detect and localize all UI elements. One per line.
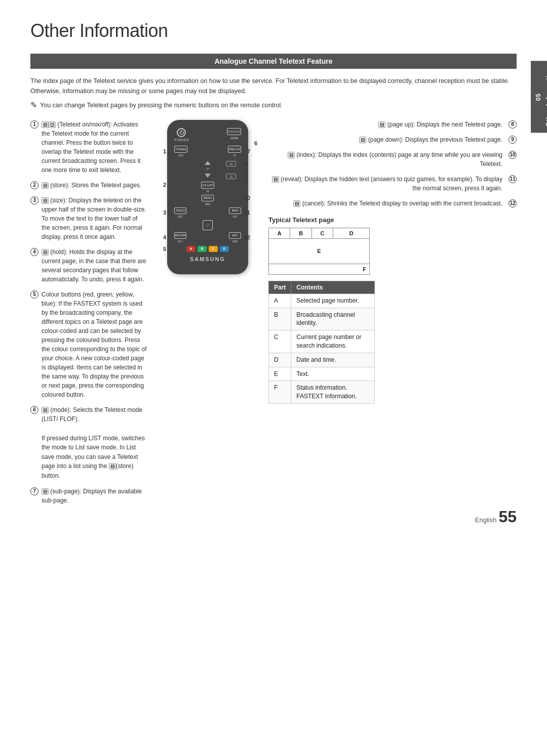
source-box: SOURCE	[227, 128, 241, 135]
list-item: 2 ⊟ (store): Stores the Teletext pages.	[30, 181, 147, 190]
list-item: 1 ⊟⊡ (Teletext on/mix/off): Activates th…	[30, 120, 147, 175]
item-text-11: ⊟ (reveal): Displays the hidden text (an…	[268, 175, 502, 193]
remote-source-button: SOURCE ⊞⊟⊠	[227, 128, 241, 140]
menu-label: MENU	[204, 196, 212, 199]
teletext-cell-c: C	[312, 228, 333, 238]
footer-language: English	[475, 516, 497, 524]
info-icon: INFO	[229, 207, 241, 214]
main-content: 1 ⊟⊡ (Teletext on/mix/off): Activates th…	[30, 120, 517, 511]
tools-sub-icon: ⊟⊡	[178, 215, 183, 218]
list-item: 6 ⊟ (mode): Selects the Teletext mode (L…	[30, 405, 147, 481]
remote-center-button: □	[203, 220, 213, 230]
remote-prech-button: PRE-CH ⊟	[228, 146, 241, 157]
remote-return-button: RETURN ⊟↩	[174, 232, 186, 243]
menu-icon: MENU	[202, 195, 214, 201]
intro-paragraph: The index page of the Teletext service g…	[30, 76, 517, 96]
item-text-4: ⊟ (hold): Holds the display at the curre…	[42, 247, 147, 284]
list-item: 3 ⊟ (size): Displays the teletext on the…	[30, 196, 147, 241]
item-number-10: 10	[509, 151, 517, 159]
prech-label: PRE-CH	[229, 148, 240, 151]
left-column: 1 ⊟⊡ (Teletext on/mix/off): Activates th…	[30, 120, 147, 511]
remote-power-row: ⏻ POWER SOURCE ⊞⊟⊠	[174, 128, 241, 142]
remote-label-5: 5	[163, 246, 166, 252]
remote-exit-button: EXIT ⊟⊞	[229, 232, 241, 243]
color-btn-yellow: C	[209, 246, 218, 252]
nav-arrow-down	[205, 174, 211, 178]
remote-info-button: INFO ℹ ⊟	[229, 207, 241, 218]
note-text: ✎ You can change Teletext pages by press…	[30, 100, 517, 111]
section-header: Analogue Channel Teletext Feature	[30, 54, 517, 69]
item-text-2: ⊟ (store): Stores the Teletext pages.	[42, 181, 147, 190]
return-icon: RETURN	[174, 232, 186, 239]
side-tab-number: 05	[535, 93, 542, 101]
prech-sub-icon: ⊟	[233, 153, 236, 157]
chlist-label: CH LIST	[202, 184, 213, 187]
item-number-2: 2	[30, 181, 38, 189]
remote-label-8: 8	[245, 161, 247, 166]
info-sub-icon: ℹ ⊟	[233, 215, 238, 218]
nav-arrow-up	[205, 161, 211, 165]
item-text-8: ⊟ (page up): Displays the next Teletext …	[268, 120, 502, 129]
table-header-part: Part	[269, 281, 291, 293]
item-text-5: Colour buttons (red, green, yellow, blue…	[42, 290, 147, 399]
ttx-icon: TTX/MIX	[174, 146, 187, 153]
color-btn-blue: D	[220, 246, 229, 252]
remote-return-exit-row: 4 RETURN ⊟↩ EXIT ⊟⊞ 12	[174, 232, 241, 243]
item-text-3: ⊟ (size): Displays the teletext on the u…	[42, 196, 147, 241]
side-tab-label: Other Information	[545, 67, 547, 127]
item-number-5: 5	[30, 290, 38, 299]
remote-ttx-button: TTX/MIX ⊟⊡	[174, 146, 187, 157]
remote-color-buttons: 5 A B C D	[174, 246, 241, 252]
teletext-footer: F	[269, 264, 369, 274]
source-icons: ⊞⊟⊠	[230, 136, 238, 140]
source-label: SOURCE	[227, 130, 241, 133]
power-label: POWER	[174, 138, 189, 142]
remote-label-10: 10	[244, 195, 250, 201]
remote-label-11: 11	[244, 209, 250, 216]
teletext-title: Typical Teletext page	[268, 216, 517, 224]
ttx-sub-icons: ⊟⊡	[178, 153, 183, 157]
right-column: 8 ⊟ (page up): Displays the next Teletex…	[268, 120, 517, 511]
exit-icon: EXIT	[229, 232, 241, 239]
remote: 6 ⏻ POWER SOURCE ⊞⊟⊠ 1	[167, 120, 248, 274]
table-cell-part-d: D	[269, 353, 291, 367]
note-content: You can change Teletext pages by pressin…	[40, 100, 283, 110]
remote-tools-button: TOOLS ⊟⊡	[174, 207, 186, 218]
item-number-6: 6	[30, 406, 38, 414]
table-row: A Selected page number.	[269, 293, 375, 308]
menu-sub-icon: ⊞⊟	[205, 202, 210, 205]
power-circle: ⏻	[177, 128, 186, 137]
note-icon: ✎	[30, 100, 37, 111]
item-number-8: 8	[509, 120, 517, 129]
item-number-4: 4	[30, 248, 38, 256]
nav-p-label: P	[206, 167, 209, 172]
list-item: 10 ⊟ (index): Displays the index (conten…	[268, 150, 517, 169]
nav-right-up: ⊟	[226, 161, 236, 166]
item-number-3: 3	[30, 196, 38, 204]
teletext-cell-d: D	[333, 228, 369, 238]
exit-sub-icon: ⊟⊞	[232, 239, 238, 243]
item-number-9: 9	[509, 136, 517, 144]
table-row: F Status information. FASTEXT informatio…	[269, 381, 375, 404]
item-number-11: 11	[509, 175, 517, 183]
remote-label-9: 9	[245, 174, 247, 179]
samsung-logo: SAMSUNG	[174, 256, 241, 262]
chlist-sub-icon: ⊞	[207, 189, 209, 193]
page-title: Other Information	[30, 20, 517, 41]
item-text-6: ⊟ (mode): Selects the Teletext mode (LIS…	[42, 406, 142, 423]
teletext-cell-a: A	[269, 228, 290, 238]
prech-icon: PRE-CH	[228, 146, 241, 153]
remote-nav: ⊟ 8 P ⊟ 9	[174, 161, 241, 178]
return-sub-icon: ⊟↩	[178, 239, 183, 243]
table-cell-part-f: F	[269, 381, 291, 404]
tools-icon: TOOLS	[174, 207, 186, 214]
teletext-section: Typical Teletext page A B C D E F	[268, 216, 517, 404]
info-table: Part Contents A Selected page number. B …	[268, 281, 375, 404]
item-text-10: ⊟ (index): Displays the index (contents)…	[268, 150, 502, 169]
remote-label-12: 12	[244, 234, 250, 240]
list-item: 12 ⊟ (cancel): Shrinks the Teletext disp…	[268, 199, 517, 208]
table-header-contents: Contents	[291, 281, 375, 293]
return-label: RETURN	[175, 234, 186, 237]
chlist-icon: CH LIST	[201, 182, 214, 189]
table-row: C Current page number or search indicati…	[269, 330, 375, 353]
